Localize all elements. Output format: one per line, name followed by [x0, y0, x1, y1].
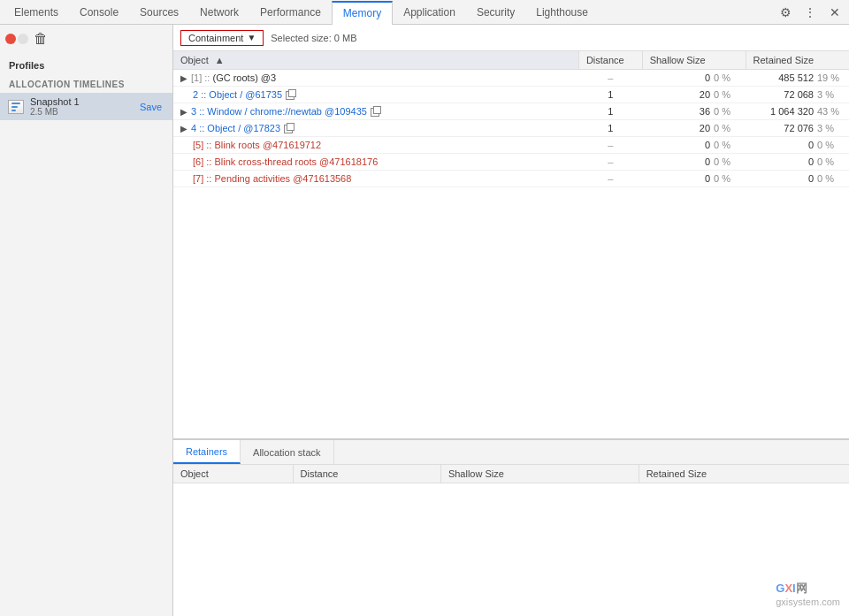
settings-icon[interactable]: ⚙ — [775, 2, 796, 23]
bottom-col-object[interactable]: Object — [173, 465, 293, 483]
snapshot-item-text: Snapshot 1 2.5 MB — [30, 96, 136, 117]
cell-object: ▶[1] :: (GC roots) @3 — [173, 70, 578, 87]
cell-shallow: 360 % — [642, 103, 746, 120]
col-header-distance[interactable]: Distance — [578, 51, 642, 70]
containment-label: Containment — [188, 33, 243, 43]
snapshot-size: 2.5 MB — [30, 107, 136, 117]
table-row[interactable]: ▶4 :: Object / @178231200 %72 0763 % — [173, 120, 849, 137]
record-stop-button[interactable] — [5, 34, 16, 44]
content-area: Containment ▼ Selected size: 0 MB Object… — [173, 25, 849, 616]
sidebar-toolbar: 🗑 — [0, 25, 172, 53]
tab-network[interactable]: Network — [189, 0, 249, 24]
clear-button[interactable] — [18, 34, 28, 44]
tab-elements[interactable]: Elements — [4, 0, 69, 24]
cell-retained: 72 0683 % — [746, 87, 849, 103]
snapshot-item[interactable]: Snapshot 1 2.5 MB Save — [0, 93, 172, 120]
cell-retained: 00 % — [746, 154, 849, 171]
col-header-shallow[interactable]: Shallow Size — [642, 51, 746, 70]
cell-distance: – — [578, 154, 642, 171]
tab-allocation-stack[interactable]: Allocation stack — [241, 440, 333, 464]
cell-object: [5] :: Blink roots @471619712 — [173, 137, 578, 154]
bottom-col-distance[interactable]: Distance — [293, 465, 440, 483]
cell-shallow: 200 % — [642, 87, 746, 103]
expand-arrow-icon[interactable]: ▶ — [180, 107, 187, 117]
close-icon[interactable]: ✕ — [824, 2, 845, 23]
cell-shallow: 00 % — [642, 70, 746, 87]
tab-application[interactable]: Application — [393, 0, 466, 24]
cell-object: ▶4 :: Object / @17823 — [173, 120, 578, 137]
cell-distance: 1 — [578, 87, 642, 103]
cell-retained: 00 % — [746, 171, 849, 187]
cell-retained: 1 064 32043 % — [746, 103, 849, 120]
save-button[interactable]: Save — [136, 100, 165, 114]
cell-distance: 1 — [578, 103, 642, 120]
sidebar-section-title: ALLOCATION TIMELINES — [0, 74, 172, 93]
cell-distance: 1 — [578, 120, 642, 137]
copy-icon — [286, 91, 294, 100]
cell-shallow: 200 % — [642, 120, 746, 137]
cell-retained: 72 0763 % — [746, 120, 849, 137]
table-row[interactable]: ▶3 :: Window / chrome://newtab @10943513… — [173, 103, 849, 120]
main-table: Object ▲ Distance Shallow Size Retained … — [173, 51, 849, 187]
main-table-wrapper[interactable]: Object ▲ Distance Shallow Size Retained … — [173, 51, 849, 439]
tab-retainers[interactable]: Retainers — [173, 440, 241, 464]
tab-sources[interactable]: Sources — [129, 0, 189, 24]
copy-icon — [371, 108, 379, 117]
tab-performance[interactable]: Performance — [249, 0, 332, 24]
cell-object: 2 :: Object / @61735 — [173, 87, 578, 103]
sort-arrow-icon: ▲ — [215, 55, 225, 65]
bottom-panel: Retainers Allocation stack Object Distan… — [173, 439, 849, 616]
bottom-tabs: Retainers Allocation stack — [173, 440, 849, 465]
sidebar-header: Profiles — [0, 53, 172, 74]
table-row[interactable]: [5] :: Blink roots @471619712–00 %00 % — [173, 137, 849, 154]
expand-arrow-icon[interactable]: ▶ — [180, 73, 187, 83]
table-row[interactable]: ▶[1] :: (GC roots) @3–00 %485 51219 % — [173, 70, 849, 87]
bottom-content[interactable]: Object Distance Shallow Size Retained Si… — [173, 465, 849, 616]
delete-button[interactable]: 🗑 — [30, 28, 51, 49]
toolbar-actions: ⚙ ⋮ ✕ — [775, 0, 849, 24]
cell-shallow: 00 % — [642, 154, 746, 171]
sidebar: 🗑 Profiles ALLOCATION TIMELINES Snapshot… — [0, 25, 173, 616]
tab-lighthouse[interactable]: Lighthouse — [525, 0, 599, 24]
main-layout: 🗑 Profiles ALLOCATION TIMELINES Snapshot… — [0, 25, 849, 616]
cell-object: [6] :: Blink cross-thread roots @4716181… — [173, 154, 578, 171]
devtools-tabbar: Elements Console Sources Network Perform… — [0, 0, 849, 25]
containment-button[interactable]: Containment ▼ — [180, 30, 264, 46]
table-row[interactable]: [7] :: Pending activities @471613568–00 … — [173, 171, 849, 187]
bottom-table: Object Distance Shallow Size Retained Si… — [173, 465, 849, 483]
tab-security[interactable]: Security — [466, 0, 525, 24]
snapshot-name: Snapshot 1 — [30, 96, 136, 107]
expand-arrow-icon[interactable]: ▶ — [180, 124, 187, 133]
snapshot-icon — [7, 98, 25, 116]
tabs-list: Elements Console Sources Network Perform… — [4, 0, 599, 24]
tab-memory[interactable]: Memory — [332, 1, 393, 25]
containment-arrow-icon: ▼ — [247, 33, 256, 42]
more-options-icon[interactable]: ⋮ — [799, 2, 821, 23]
selected-size-label: Selected size: 0 MB — [271, 33, 356, 43]
col-header-retained[interactable]: Retained Size — [746, 51, 849, 70]
col-header-object[interactable]: Object ▲ — [173, 51, 578, 70]
table-row[interactable]: 2 :: Object / @617351200 %72 0683 % — [173, 87, 849, 103]
cell-distance: – — [578, 171, 642, 187]
copy-icon — [284, 125, 293, 133]
cell-retained: 00 % — [746, 137, 849, 154]
cell-object: [7] :: Pending activities @471613568 — [173, 171, 578, 187]
cell-object: ▶3 :: Window / chrome://newtab @109435 — [173, 103, 578, 120]
cell-retained: 485 51219 % — [746, 70, 849, 87]
cell-shallow: 00 % — [642, 171, 746, 187]
tab-console[interactable]: Console — [69, 0, 129, 24]
cell-distance: – — [578, 137, 642, 154]
bottom-col-retained[interactable]: Retained Size — [639, 465, 849, 483]
bottom-col-shallow[interactable]: Shallow Size — [440, 465, 639, 483]
cell-shallow: 00 % — [642, 137, 746, 154]
content-toolbar: Containment ▼ Selected size: 0 MB — [173, 25, 849, 51]
cell-distance: – — [578, 70, 642, 87]
table-row[interactable]: [6] :: Blink cross-thread roots @4716181… — [173, 154, 849, 171]
